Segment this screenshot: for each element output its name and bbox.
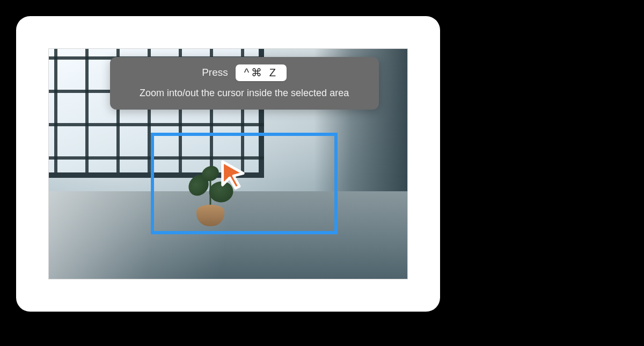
press-label: Press	[202, 67, 228, 78]
tooltip-description: Zoom into/out the cursor inside the sele…	[140, 88, 349, 99]
tooltip-row-press: Press ^⌘ Z	[202, 64, 287, 81]
cursor-pointer-icon	[217, 159, 248, 190]
keyboard-shortcut-badge: ^⌘ Z	[236, 64, 287, 81]
showcase-card: Press ^⌘ Z Zoom into/out the cursor insi…	[16, 16, 440, 312]
shortcut-tooltip: Press ^⌘ Z Zoom into/out the cursor insi…	[110, 57, 379, 110]
preview-image: Press ^⌘ Z Zoom into/out the cursor insi…	[48, 48, 408, 279]
